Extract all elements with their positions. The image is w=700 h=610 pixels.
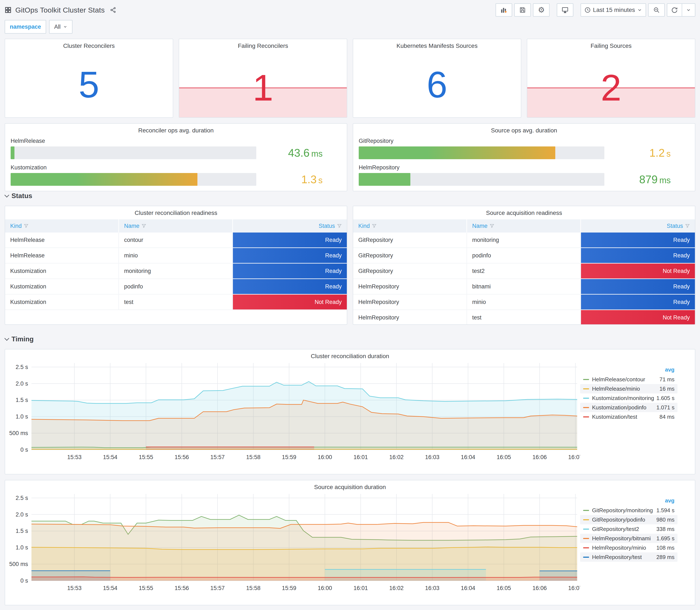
legend-series-name[interactable]: Kustomization/monitoring — [592, 395, 654, 401]
series-color-swatch — [583, 557, 589, 558]
stat-panels-row: Cluster Reconcilers5Failing Reconcilers1… — [5, 39, 695, 118]
filter-icon[interactable] — [142, 224, 146, 228]
column-header-kind[interactable]: Kind — [5, 219, 119, 232]
series-color-swatch — [583, 398, 589, 399]
column-header-name[interactable]: Name — [467, 219, 581, 232]
svg-text:1.0 s: 1.0 s — [16, 544, 28, 551]
panel-source-acquisition-duration: Source acquisition duration 0 s500 ms1.0… — [5, 480, 695, 605]
dashboard-grid-icon — [5, 6, 12, 13]
share-icon[interactable] — [110, 7, 116, 13]
panel-title[interactable]: Cluster reconciliation duration — [5, 349, 695, 359]
legend-series-name[interactable]: Kustomization/test — [592, 414, 647, 420]
svg-text:15:53: 15:53 — [67, 585, 82, 591]
column-header-kind[interactable]: Kind — [353, 219, 467, 232]
legend-avg-header[interactable]: avg — [580, 366, 678, 375]
svg-text:15:58: 15:58 — [246, 454, 261, 460]
legend-series-name[interactable]: HelmRepository/bitnami — [592, 535, 651, 542]
gauge-track — [359, 146, 604, 159]
svg-text:15:59: 15:59 — [282, 454, 296, 460]
section-timing-toggle[interactable]: Timing — [5, 334, 695, 344]
panel-source-ops: Source ops avg. duration GitRepository1.… — [353, 123, 695, 191]
cell-kind: GitRepository — [353, 232, 467, 247]
panel-title[interactable]: Cluster Reconcilers — [5, 39, 173, 49]
variables-row: namespace All — [5, 20, 695, 34]
filter-icon[interactable] — [372, 224, 377, 228]
zoom-out-button[interactable] — [648, 3, 665, 17]
legend-series-name[interactable]: Kustomization/podinfo — [592, 404, 647, 411]
status-badge: Not Ready — [233, 294, 347, 309]
refresh-interval-dropdown[interactable] — [682, 4, 695, 16]
legend-series-value: 1.695 s — [651, 535, 674, 542]
filter-icon[interactable] — [685, 224, 690, 228]
legend-item: Kustomization/monitoring1.605 s — [580, 394, 678, 403]
chevron-down-icon — [63, 25, 67, 29]
legend-series-name[interactable]: GitRepository/podinfo — [592, 516, 647, 523]
filter-icon[interactable] — [337, 224, 342, 228]
add-panel-button[interactable] — [495, 3, 512, 17]
time-series-plot[interactable]: 0 s500 ms1.0 s1.5 s2.0 s2.5 s15:5315:541… — [6, 361, 580, 463]
gauge-track — [11, 146, 256, 159]
time-series-plot[interactable]: 0 s500 ms1.0 s1.5 s2.0 s2.5 s15:5315:541… — [6, 492, 580, 593]
cell-kind: HelmRepository — [353, 310, 467, 325]
legend-series-name[interactable]: HelmRelease/contour — [592, 376, 647, 383]
svg-text:15:57: 15:57 — [210, 454, 225, 460]
save-dashboard-button[interactable] — [514, 3, 531, 17]
variable-namespace-value-dropdown[interactable]: All — [49, 20, 72, 34]
tv-kiosk-button[interactable] — [557, 3, 573, 17]
cell-name: monitoring — [119, 263, 233, 278]
variable-namespace-label: namespace — [5, 20, 46, 34]
legend-series-value: 338 ms — [647, 526, 674, 532]
column-header-status[interactable]: Status — [581, 219, 695, 232]
time-range-picker[interactable]: Last 15 minutes — [581, 3, 646, 17]
section-status-toggle[interactable]: Status — [5, 190, 695, 201]
legend-series-name[interactable]: HelmRelease/minio — [592, 386, 647, 392]
chart-legend: avgGitRepository/monitoring1.594 sGitRep… — [580, 492, 681, 593]
series-color-swatch — [583, 547, 589, 548]
panel-title[interactable]: Failing Sources — [527, 39, 695, 49]
svg-text:1.0 s: 1.0 s — [16, 413, 28, 420]
gauge-value: 1.3s — [256, 173, 341, 186]
svg-text:500 ms: 500 ms — [9, 561, 28, 567]
gauge-track — [359, 173, 604, 186]
legend-item: HelmRelease/contour71 ms — [580, 375, 678, 384]
table-header-row: KindNameStatus — [5, 219, 347, 232]
filter-icon[interactable] — [490, 224, 494, 228]
cell-kind: HelmRelease — [5, 232, 119, 247]
legend-avg-header[interactable]: avg — [580, 497, 678, 505]
panel-source-readiness: Source acquisition readiness KindNameSta… — [353, 206, 695, 325]
svg-text:2.0 s: 2.0 s — [16, 511, 28, 518]
dashboard-settings-button[interactable]: ⚙ — [533, 3, 550, 17]
svg-text:16:01: 16:01 — [353, 585, 368, 591]
svg-text:16:04: 16:04 — [461, 585, 475, 591]
column-header-status[interactable]: Status — [233, 219, 347, 232]
table-row: HelmReleaseminioReady — [5, 248, 347, 263]
legend-series-name[interactable]: HelmRepository/minio — [592, 545, 647, 551]
bar-gauge: Kustomization1.3s — [11, 164, 341, 186]
legend-series-name[interactable]: HelmRepository/test — [592, 554, 647, 561]
table-row: GitRepositorytest2Not Ready — [353, 263, 695, 279]
stat-panel: Cluster Reconcilers5 — [5, 39, 173, 118]
column-header-name[interactable]: Name — [119, 219, 233, 232]
panel-title[interactable]: Source ops avg. duration — [353, 124, 695, 134]
panel-title[interactable]: Source acquisition duration — [5, 480, 695, 491]
cell-kind: GitRepository — [353, 263, 467, 278]
panel-title[interactable]: Kubernetes Manifests Sources — [353, 39, 521, 49]
refresh-button[interactable] — [667, 4, 682, 16]
filter-icon[interactable] — [24, 224, 29, 228]
table-row: GitRepositorymonitoringReady — [353, 232, 695, 248]
series-color-swatch — [583, 407, 589, 408]
panel-title[interactable]: Source acquisition readiness — [353, 206, 695, 216]
status-badge: Not Ready — [581, 263, 695, 278]
status-badge: Ready — [233, 232, 347, 247]
panel-title[interactable]: Cluster reconciliation readiness — [5, 206, 347, 216]
series-color-swatch — [583, 529, 589, 530]
cell-name: minio — [467, 294, 581, 309]
status-badge: Ready — [233, 263, 347, 278]
legend-series-name[interactable]: GitRepository/monitoring — [592, 507, 653, 514]
svg-text:16:07: 16:07 — [568, 454, 580, 460]
panel-title[interactable]: Failing Reconcilers — [179, 39, 347, 49]
panel-title[interactable]: Reconciler ops avg. duration — [5, 124, 347, 134]
cell-name: monitoring — [467, 232, 581, 247]
svg-text:16:02: 16:02 — [389, 454, 404, 460]
legend-series-name[interactable]: GitRepository/test2 — [592, 526, 647, 532]
